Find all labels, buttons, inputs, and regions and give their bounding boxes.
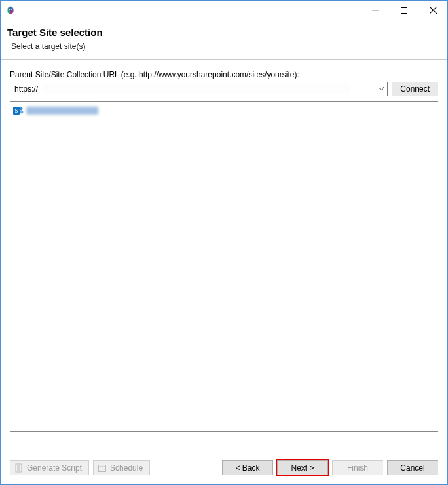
svg-rect-1 — [401, 7, 407, 13]
titlebar — [1, 1, 447, 20]
finish-button: Finish — [332, 460, 383, 475]
minimize-button[interactable] — [361, 1, 390, 20]
svg-point-7 — [20, 111, 24, 114]
tree-item-label — [26, 107, 98, 115]
svg-point-6 — [20, 107, 23, 111]
next-button[interactable]: Next > — [277, 460, 328, 475]
cancel-button[interactable]: Cancel — [387, 460, 438, 475]
wizard-header: Target Site selection Select a target si… — [1, 20, 447, 60]
url-combobox[interactable] — [10, 82, 388, 96]
calendar-icon — [98, 463, 107, 473]
site-tree[interactable]: S — [10, 101, 438, 432]
page-title: Target Site selection — [7, 27, 441, 38]
tree-item[interactable]: S — [13, 105, 435, 117]
close-icon — [430, 7, 437, 14]
back-button[interactable]: < Back — [222, 460, 273, 475]
maximize-button[interactable] — [390, 1, 419, 20]
app-icon — [5, 5, 16, 16]
redacted-url-segment — [43, 84, 350, 94]
close-button[interactable] — [419, 1, 447, 20]
sharepoint-icon: S — [13, 105, 24, 116]
chevron-down-icon[interactable] — [375, 82, 387, 96]
generate-script-button: Generate Script — [10, 460, 89, 475]
minimize-icon — [372, 7, 379, 14]
script-icon — [14, 463, 24, 473]
content-area: Parent Site/Site Collection URL (e.g. ht… — [1, 60, 447, 440]
schedule-label: Schedule — [110, 463, 143, 473]
url-field-label: Parent Site/Site Collection URL (e.g. ht… — [10, 70, 438, 79]
connect-button[interactable]: Connect — [392, 82, 438, 96]
wizard-footer: Generate Script Schedule < Back Next > F… — [1, 440, 447, 484]
maximize-icon — [401, 7, 407, 14]
svg-text:S: S — [15, 108, 18, 114]
page-subtitle: Select a target site(s) — [7, 42, 441, 51]
schedule-button: Schedule — [93, 460, 150, 475]
svg-rect-12 — [99, 465, 106, 471]
generate-script-label: Generate Script — [27, 463, 82, 473]
